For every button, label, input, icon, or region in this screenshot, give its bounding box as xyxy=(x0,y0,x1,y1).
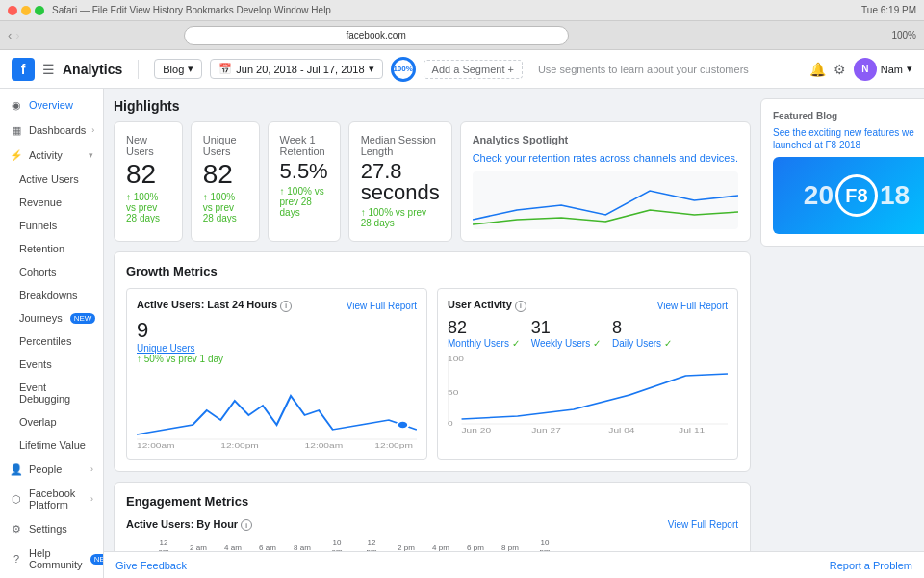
chevron-right-icon: › xyxy=(91,125,94,135)
f8-banner: 20 F8 18 xyxy=(773,157,924,234)
blog-select[interactable]: Blog ▾ xyxy=(154,59,202,79)
svg-text:12:00pm: 12:00pm xyxy=(220,441,259,448)
give-feedback-button[interactable]: Give Feedback xyxy=(116,560,187,571)
user-menu[interactable]: N Nam ▾ xyxy=(854,58,912,81)
top-bar: f ☰ Analytics Blog ▾ 📅 Jun 20, 2018 - Ju… xyxy=(0,50,924,89)
date-range-picker[interactable]: 📅 Jun 20, 2018 - Jul 17, 2018 ▾ xyxy=(210,59,382,79)
user-activity-panel: User Activity i View Full Report 82 Mont… xyxy=(437,288,738,460)
growth-metrics-title: Growth Metrics xyxy=(126,264,738,278)
bottom-bar: Give Feedback Report a Problem xyxy=(104,551,924,578)
spotlight-link[interactable]: Check your retention rates across channe… xyxy=(473,151,738,166)
featured-blog-card: Featured Blog See the exciting new featu… xyxy=(760,98,924,247)
sidebar-item-retention[interactable]: Retention xyxy=(0,237,103,260)
sidebar-item-funnels[interactable]: Funnels xyxy=(0,214,103,237)
svg-text:Jul 04: Jul 04 xyxy=(608,426,634,433)
topbar-right: 🔔 ⚙ N Nam ▾ xyxy=(809,58,912,81)
sidebar-item-revenue[interactable]: Revenue xyxy=(0,191,103,214)
sidebar-item-cohorts[interactable]: Cohorts xyxy=(0,260,103,283)
browser-time: Tue 6:19 PM xyxy=(861,5,916,15)
weekly-users: 31 Weekly Users ✓ xyxy=(531,318,601,349)
sidebar-item-percentiles[interactable]: Percentiles xyxy=(0,329,103,353)
svg-text:0: 0 xyxy=(448,419,453,427)
svg-point-1 xyxy=(398,421,409,429)
settings-icon[interactable]: ⚙ xyxy=(834,62,846,77)
active-users-chart: 12:00am 12:00pm 12:00am 12:00pm xyxy=(137,372,417,449)
metrics-row: Active Users: Last 24 Hours i View Full … xyxy=(126,288,738,460)
sidebar-item-overlap[interactable]: Overlap xyxy=(0,410,103,434)
highlight-median-session: Median Session Length 27.8 seconds ↑ 100… xyxy=(348,121,452,242)
chevron-down-icon: ▾ xyxy=(907,63,912,75)
featured-blog-link[interactable]: See the exciting new features we launche… xyxy=(773,126,924,151)
svg-text:12:00am: 12:00am xyxy=(305,441,344,448)
new-badge: NEW xyxy=(90,554,104,565)
calendar-icon: 📅 xyxy=(218,63,232,75)
add-segment-button[interactable]: Add a Segment + xyxy=(424,60,523,79)
fb-logo: f xyxy=(12,58,35,81)
browser-title: Safari — File Edit View History Bookmark… xyxy=(52,5,331,15)
sidebar-item-breakdowns[interactable]: Breakdowns xyxy=(0,283,103,306)
sidebar-nav: ◉ Overview ▦ Dashboards › ⚡ Activity ▾ A… xyxy=(0,89,103,578)
user-activity-chart: 100 50 0 Jun 20 Jun 27 Jul 04 Jul 11 xyxy=(448,356,728,434)
svg-text:Jun 27: Jun 27 xyxy=(531,426,561,433)
daily-users: 8 Daily Users ✓ xyxy=(612,318,672,349)
highlight-new-users: New Users 82 ↑ 100% vs prev 28 days xyxy=(114,121,183,242)
url-bar[interactable]: facebook.com xyxy=(184,26,569,45)
sidebar-item-help[interactable]: ? Help Community NEW xyxy=(0,541,103,576)
dashboards-icon: ▦ xyxy=(10,123,23,137)
gear-icon: ⚙ xyxy=(10,522,23,536)
sidebar-item-journeys[interactable]: Journeys NEW xyxy=(0,306,103,329)
info-icon[interactable]: i xyxy=(515,301,526,312)
view-full-report-link[interactable]: View Full Report xyxy=(346,301,417,311)
engagement-section: Engagement Metrics Active Users: By Hour… xyxy=(114,482,751,551)
heatmap-grid: 12 am 2 am 4 am 6 am 8 am 10 am xyxy=(126,539,738,551)
sidebar-item-event-debugging[interactable]: Event Debugging xyxy=(0,376,103,410)
info-icon[interactable]: i xyxy=(241,519,252,531)
engagement-title: Engagement Metrics xyxy=(126,494,738,509)
info-icon[interactable]: i xyxy=(280,301,292,312)
people-icon: 👤 xyxy=(10,462,23,476)
notification-icon[interactable]: 🔔 xyxy=(809,62,826,77)
battery-info: 100% xyxy=(891,30,916,40)
sidebar: ◉ Overview ▦ Dashboards › ⚡ Activity ▾ A… xyxy=(0,89,104,578)
chevron-right-icon: › xyxy=(90,494,93,504)
svg-text:Jun 20: Jun 20 xyxy=(462,426,492,433)
forward-icon[interactable]: › xyxy=(15,28,19,42)
sidebar-item-settings[interactable]: ⚙ Settings xyxy=(0,516,103,541)
view-full-report-link[interactable]: View Full Report xyxy=(668,519,738,530)
sidebar-item-facebook-platform[interactable]: ⬡ Facebook Platform › xyxy=(0,482,103,516)
highlight-week1-retention: Week 1 Retention 5.5% ↑ 100% vs prev 28 … xyxy=(268,121,341,242)
segment-hint: Use segments to learn about your custome… xyxy=(538,64,749,75)
highlights-row: New Users 82 ↑ 100% vs prev 28 days Uniq… xyxy=(114,121,751,242)
highlight-unique-users: Unique Users 82 ↑ 100% vs prev 28 days xyxy=(191,121,260,242)
sidebar-item-activity[interactable]: ⚡ Activity ▾ xyxy=(0,143,103,168)
highlights-title: Highlights xyxy=(114,98,751,114)
sidebar-item-active-users[interactable]: Active Users xyxy=(0,168,103,191)
minimize-button[interactable] xyxy=(21,6,31,15)
sidebar-item-overview[interactable]: ◉ Overview xyxy=(0,92,103,118)
sidebar-item-events[interactable]: Events xyxy=(0,353,103,376)
user-avatar: N xyxy=(854,58,877,81)
heatmap-header: 12 am 2 am 4 am 6 am 8 am 10 am xyxy=(126,539,738,551)
svg-text:50: 50 xyxy=(448,388,458,396)
percentage-circle: 100% xyxy=(391,57,416,82)
platform-icon: ⬡ xyxy=(10,492,23,506)
chevron-down-icon: ▾ xyxy=(188,63,193,75)
sidebar-item-lifetime-value[interactable]: Lifetime Value xyxy=(0,434,103,457)
activity-icon: ⚡ xyxy=(10,148,23,162)
back-icon[interactable]: ‹ xyxy=(8,28,12,42)
view-full-report-link[interactable]: View Full Report xyxy=(657,301,728,311)
monthly-users: 82 Monthly Users ✓ xyxy=(448,318,520,349)
hamburger-icon[interactable]: ☰ xyxy=(42,62,55,77)
report-problem-button[interactable]: Report a Problem xyxy=(830,560,912,571)
app-title: Analytics xyxy=(63,62,122,77)
new-badge: NEW xyxy=(70,313,96,324)
sidebar-item-dashboards[interactable]: ▦ Dashboards › xyxy=(0,118,103,143)
spotlight-chart xyxy=(473,171,738,229)
browser-toolbar: ‹ › facebook.com 100% xyxy=(0,21,924,50)
close-button[interactable] xyxy=(8,6,17,15)
analytics-spotlight-card: Analytics Spotlight Check your retention… xyxy=(460,121,751,242)
sidebar-item-people[interactable]: 👤 People › xyxy=(0,457,103,482)
f8-logo: F8 xyxy=(835,174,878,217)
chevron-down-icon: ▾ xyxy=(89,150,93,160)
maximize-button[interactable] xyxy=(35,6,44,15)
